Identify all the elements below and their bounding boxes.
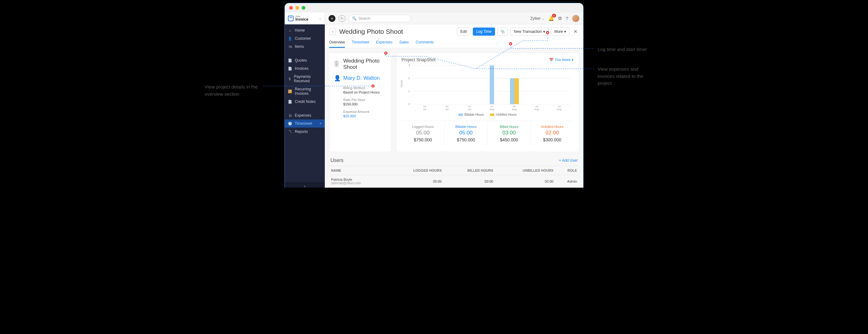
- bar: [510, 78, 515, 104]
- sidebar: Zoho Invoice ⌄ ⌂Home👤Customer🛍Items📄Quot…: [285, 12, 325, 188]
- users-section: Users + Add User NAMELOGGED HOURSBILLED …: [329, 158, 579, 188]
- caret-down-icon: ▾: [572, 58, 574, 62]
- tab-sales[interactable]: Sales: [399, 38, 409, 48]
- stat-amount: $300.000: [532, 137, 572, 142]
- nav-icon: 👤: [288, 37, 292, 41]
- legend-unbilled: Unbilled Hours: [496, 113, 517, 116]
- project-name: Wedding Photo Shoot: [343, 58, 387, 70]
- nav-label: Invoices: [295, 66, 309, 71]
- nav-label: Credit Notes: [295, 99, 316, 104]
- sidebar-item-recurring-invoices[interactable]: 🔁Recurring Invoices: [285, 85, 325, 98]
- search-input[interactable]: 🔍 Search: [348, 15, 411, 22]
- y-tick: 2: [408, 77, 410, 80]
- add-user-button[interactable]: + Add User: [559, 158, 578, 163]
- stat-hours: 05:00: [403, 130, 443, 136]
- stat-amount: $750.000: [403, 137, 443, 142]
- stat-amount: $750.000: [446, 137, 486, 142]
- calendar-icon: 📅: [549, 58, 554, 62]
- recent-button[interactable]: ↻: [339, 15, 345, 22]
- quick-add-button[interactable]: +: [329, 15, 335, 22]
- tab-expenses[interactable]: Expenses: [376, 38, 393, 48]
- stat-label: Billable Hours: [446, 125, 486, 129]
- nav-icon: ⌂: [288, 29, 292, 32]
- chevron-down-icon: ⌄: [319, 16, 321, 20]
- new-transaction-button[interactable]: New Transaction ▾: [510, 28, 548, 36]
- stat-label: Unbilled Hours: [532, 125, 572, 129]
- stat-billed-hours: Billed Hours03:00$450.000: [488, 121, 531, 146]
- tab-overview[interactable]: Overview: [329, 38, 345, 48]
- nav-icon: 〽: [288, 130, 292, 134]
- back-button[interactable]: ‹: [329, 28, 336, 35]
- sidebar-collapse[interactable]: ‹: [285, 182, 325, 188]
- sidebar-item-credit-notes[interactable]: 📄Credit Notes: [285, 98, 325, 106]
- notification-badge: 5: [552, 14, 556, 18]
- y-axis-label: Hours: [400, 80, 403, 88]
- stat-hours: 05:00: [446, 130, 486, 136]
- notifications-button[interactable]: 🔔 5: [548, 15, 554, 21]
- sidebar-item-payments-received[interactable]: $Payments Received: [285, 72, 325, 85]
- more-button[interactable]: More ▾: [551, 28, 569, 36]
- cell-role: Admin: [555, 175, 579, 188]
- snapshot-title: Project SnapShot: [401, 57, 436, 62]
- org-switcher[interactable]: Zylker ⌄: [530, 16, 545, 21]
- sidebar-item-reports[interactable]: 〽Reports: [285, 128, 325, 136]
- log-time-button[interactable]: Log Time: [473, 28, 495, 36]
- edit-button[interactable]: Edit: [457, 28, 470, 36]
- avatar[interactable]: [572, 15, 580, 22]
- window-close-dot[interactable]: [289, 6, 293, 10]
- x-tick: 31Jul: [458, 105, 480, 111]
- range-picker[interactable]: 📅 This Week ▾: [549, 58, 574, 62]
- sidebar-item-home[interactable]: ⌂Home: [285, 26, 325, 34]
- nav-label: Customer: [295, 36, 311, 41]
- snapshot-card: Project SnapShot 📅 This Week ▾ Hours 012…: [396, 53, 579, 152]
- plus-icon[interactable]: +: [319, 121, 322, 126]
- annotation-overview: View project details in the overview sec…: [205, 84, 264, 98]
- sidebar-item-expenses[interactable]: ⊟Expenses: [285, 111, 325, 120]
- col-unbilled-hours: UNBILLED HOURS: [495, 166, 555, 175]
- y-tick: 3: [408, 64, 410, 67]
- nav-icon: 📄: [288, 59, 292, 63]
- briefcase-icon: 🗄: [334, 61, 340, 68]
- table-row[interactable]: Patricia Boylepatriciab@zillum.com05:000…: [329, 175, 579, 188]
- main: + ↻ 🔍 Search Zylker ⌄ 🔔 5: [325, 12, 583, 188]
- chevron-down-icon: ⌄: [542, 16, 545, 20]
- x-tick: 04Aug: [548, 105, 570, 111]
- customer-link[interactable]: Mary D. Walton: [343, 75, 380, 81]
- annotation-expenses: View expenses and invoices related to th…: [598, 66, 651, 87]
- x-tick: 30Jul: [436, 105, 458, 111]
- sidebar-item-customer[interactable]: 👤Customer: [285, 34, 325, 42]
- nav-label: Expenses: [295, 113, 311, 118]
- sidebar-item-timesheet[interactable]: 🕒Timesheet+: [285, 120, 325, 128]
- window-min-dot[interactable]: [296, 6, 299, 10]
- caret-down-icon: ▾: [564, 29, 566, 34]
- nav-icon: 📄: [288, 100, 292, 104]
- sidebar-item-quotes[interactable]: 📄Quotes: [285, 56, 325, 64]
- content: 🗄 Wedding Photo Shoot 👤 Mary D. Walton B…: [325, 48, 583, 188]
- window-max-dot[interactable]: [302, 6, 305, 10]
- close-button[interactable]: ✕: [572, 28, 579, 35]
- col-logged-hours: LOGGED HOURS: [388, 166, 444, 175]
- sidebar-item-items[interactable]: 🛍Items: [285, 42, 325, 51]
- stat-label: Billed Hours: [489, 125, 529, 129]
- x-tick: 02Aug: [503, 105, 526, 111]
- annotation-logtime: Log time and start timer: [598, 46, 647, 53]
- cell-logged: 05:00: [388, 175, 444, 188]
- page-header: ‹ Wedding Photo Shoot Edit Log Time 📎 Ne…: [325, 24, 583, 48]
- project-card: 🗄 Wedding Photo Shoot 👤 Mary D. Walton B…: [329, 53, 392, 152]
- settings-button[interactable]: ⚙: [558, 15, 562, 21]
- nav-label: Reports: [295, 130, 308, 134]
- nav-label: Items: [295, 44, 304, 49]
- nav-label: Timesheet: [295, 121, 312, 126]
- sidebar-item-invoices[interactable]: 📄Invoices: [285, 64, 325, 72]
- expense-amount-link[interactable]: $20.000: [343, 114, 387, 118]
- attach-button[interactable]: 📎: [498, 28, 508, 36]
- range-label: This Week: [555, 58, 571, 62]
- search-icon: 🔍: [352, 16, 357, 21]
- nav-icon: 📄: [288, 67, 292, 71]
- chart: Hours 0123 29Jul30Jul31Jul01Aug02Aug03Au…: [403, 64, 572, 111]
- tab-comments[interactable]: Comments: [415, 38, 434, 48]
- help-button[interactable]: ?: [566, 15, 568, 21]
- callout-dot: [371, 85, 375, 88]
- brand[interactable]: Zoho Invoice ⌄: [285, 12, 325, 24]
- tab-timesheet[interactable]: Timesheet: [352, 38, 369, 48]
